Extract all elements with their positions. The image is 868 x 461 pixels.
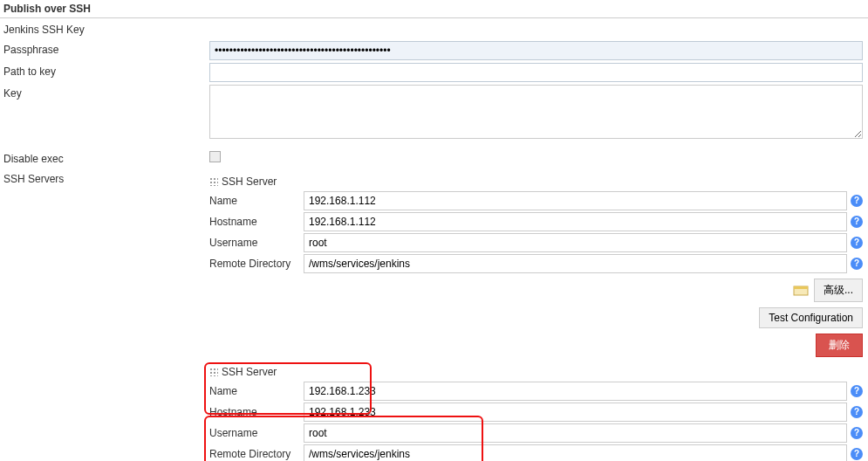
label-jenkins-ssh-key: Jenkins SSH Key — [0, 21, 209, 38]
ssh-server-header: SSH Server — [222, 175, 277, 188]
server1-host-label: Hostname — [209, 216, 304, 228]
label-key: Key — [0, 85, 209, 102]
delete-button[interactable]: 删除 — [816, 334, 863, 357]
server2-name-input[interactable] — [304, 382, 847, 401]
server1-host-input[interactable] — [304, 212, 847, 231]
help-icon[interactable]: ? — [851, 258, 863, 270]
path-to-key-input[interactable] — [209, 63, 863, 82]
ssh-server-header: SSH Server — [222, 366, 277, 378]
server1-user-label: Username — [209, 237, 304, 249]
server2-name-label: Name — [209, 385, 304, 397]
server1-user-input[interactable] — [304, 233, 847, 252]
svg-rect-1 — [794, 286, 808, 289]
help-icon[interactable]: ? — [851, 195, 863, 207]
server1-rdir-label: Remote Directory — [209, 258, 304, 270]
server2-user-input[interactable] — [304, 423, 847, 443]
test-configuration-button[interactable]: Test Configuration — [759, 307, 863, 328]
passphrase-input[interactable] — [209, 41, 863, 60]
advanced-button[interactable]: 高级... — [814, 279, 863, 302]
help-icon[interactable]: ? — [851, 216, 863, 228]
help-icon[interactable]: ? — [851, 385, 863, 397]
section-title: Publish over SSH — [0, 0, 868, 18]
label-path-to-key: Path to key — [0, 63, 209, 80]
help-icon[interactable]: ? — [851, 237, 863, 249]
label-ssh-servers: SSH Servers — [0, 170, 209, 188]
drag-handle-icon[interactable] — [209, 368, 218, 376]
server2-user-label: Username — [209, 427, 304, 439]
server2-rdir-input[interactable] — [304, 444, 847, 461]
disable-exec-checkbox[interactable] — [209, 151, 221, 162]
help-icon[interactable]: ? — [851, 406, 863, 418]
card-icon — [793, 285, 809, 297]
server2-rdir-label: Remote Directory — [209, 448, 304, 460]
ssh-server-block-1: SSH Server Name ? Hostname ? Username ? … — [209, 174, 863, 273]
server1-name-input[interactable] — [304, 191, 847, 210]
drag-handle-icon[interactable] — [209, 177, 218, 186]
label-disable-exec: Disable exec — [0, 150, 209, 168]
server2-host-input[interactable] — [304, 403, 847, 422]
key-textarea[interactable] — [209, 85, 863, 139]
help-icon[interactable]: ? — [851, 427, 863, 439]
ssh-server-block-2: SSH Server Name ? Hostname ? Username ? … — [209, 364, 863, 461]
help-icon[interactable]: ? — [851, 448, 863, 460]
server2-host-label: Hostname — [209, 406, 304, 418]
label-passphrase: Passphrase — [0, 41, 209, 58]
server1-rdir-input[interactable] — [304, 254, 847, 273]
server1-name-label: Name — [209, 195, 304, 207]
